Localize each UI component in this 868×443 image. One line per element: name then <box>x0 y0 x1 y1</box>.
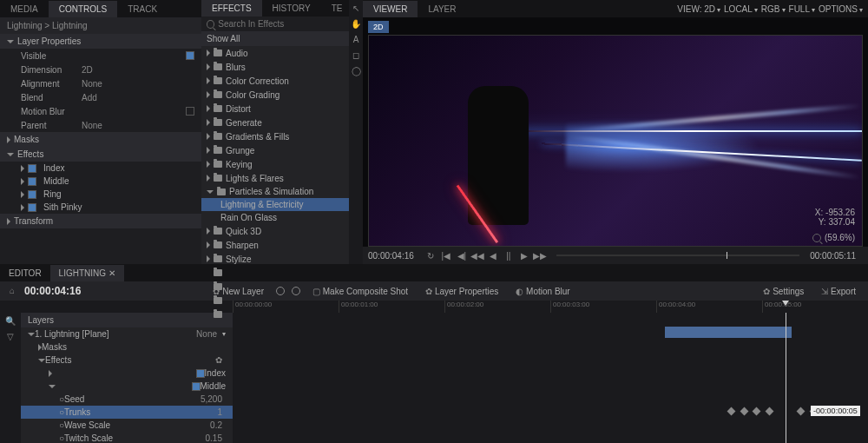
keyframe-icon[interactable] <box>797 407 806 416</box>
go-start-button[interactable]: |◀ <box>440 249 452 261</box>
text-tool-icon[interactable]: A <box>351 35 361 45</box>
checkbox-icon[interactable] <box>186 107 194 116</box>
hand-tool-icon[interactable]: ✋ <box>351 19 361 30</box>
effect-ring[interactable]: Ring <box>14 188 201 201</box>
tab-layer[interactable]: LAYER <box>418 1 466 17</box>
pointer-tool-icon[interactable]: ↖ <box>351 3 361 14</box>
full-dropdown[interactable]: FULL▾ <box>789 4 815 14</box>
category-item[interactable]: Lights & Flares <box>201 171 349 185</box>
filter-icon[interactable]: ▽ <box>5 332 16 342</box>
effect-index[interactable]: Index <box>14 162 201 175</box>
category-item[interactable]: Sharpen <box>201 238 349 252</box>
effect-lightning-electricity[interactable]: Lightning & Electricity <box>201 198 349 211</box>
make-composite-button[interactable]: ▢ Make Composite Shot <box>307 285 413 298</box>
viewer-2d-badge[interactable]: 2D <box>368 21 389 33</box>
layer-masks[interactable]: Masks <box>21 341 233 354</box>
tab-history[interactable]: HISTORY <box>262 0 321 17</box>
effect-middle[interactable]: Middle <box>14 175 201 188</box>
category-item[interactable]: Color Grading <box>201 88 349 102</box>
category-item[interactable]: Gradients & Fills <box>201 129 349 143</box>
category-item[interactable]: Audio <box>201 46 349 60</box>
scrubber[interactable] <box>556 255 799 256</box>
prev-button[interactable]: ◀◀ <box>471 249 483 261</box>
checkbox-icon[interactable] <box>192 382 201 391</box>
effect-sith-pinky[interactable]: Sith Pinky <box>14 201 201 214</box>
checkbox-icon[interactable] <box>28 164 36 173</box>
tab-lightning[interactable]: LIGHTNING ✕ <box>50 265 124 281</box>
category-item[interactable]: Generate <box>201 116 349 129</box>
home-icon[interactable]: ⌂ <box>7 286 17 296</box>
tab-editor[interactable]: EDITOR <box>0 265 50 281</box>
motion-blur-button[interactable]: ◐ Motion Blur <box>510 285 575 298</box>
timeline-ruler[interactable]: 00:00:00:00 00:00:01:00 00:00:02:00 00:0… <box>0 301 868 313</box>
clip-lightning[interactable] <box>665 327 792 338</box>
tab-effects[interactable]: EFFECTS <box>201 0 262 17</box>
category-item[interactable]: Keying <box>201 157 349 171</box>
rgb-dropdown[interactable]: RGB▾ <box>761 4 786 14</box>
layer-index[interactable]: Index <box>21 367 233 380</box>
layer-properties-header[interactable]: Layer Properties <box>0 34 201 49</box>
circle-icon[interactable] <box>292 287 300 295</box>
options-dropdown[interactable]: OPTIONS▾ <box>819 4 863 14</box>
category-item[interactable]: Grunge <box>201 143 349 157</box>
viewer-canvas[interactable]: X: -953.26Y: 337.04 (59.6%) <box>368 35 863 247</box>
checkbox-icon[interactable] <box>196 369 205 378</box>
prop-visible[interactable]: Visible <box>0 49 201 63</box>
play-button[interactable]: ▶ <box>518 249 530 261</box>
playhead[interactable] <box>786 313 786 443</box>
category-item[interactable]: Color Correction <box>201 74 349 88</box>
search-icon[interactable]: 🔍 <box>5 316 16 327</box>
checkbox-icon[interactable] <box>186 51 194 60</box>
prop-wave-scale[interactable]: ○ Wave Scale0.2 <box>21 419 233 432</box>
keyframe-icon[interactable] <box>727 407 736 416</box>
layer-effects[interactable]: Effects✿ <box>21 354 233 367</box>
show-all[interactable]: Show All <box>201 31 349 46</box>
loop-button[interactable]: ↻ <box>424 249 437 261</box>
prop-seed[interactable]: ○ Seed5,200 <box>21 393 233 406</box>
transform-header[interactable]: Transform <box>0 214 201 228</box>
mask-tool-icon[interactable]: ◯ <box>351 66 361 76</box>
tab-viewer[interactable]: VIEWER <box>363 1 418 17</box>
keyframe-icon[interactable] <box>765 407 773 416</box>
checkbox-icon[interactable] <box>28 177 36 186</box>
tab-controls[interactable]: CONTROLS <box>49 1 118 17</box>
category-item[interactable]: Quick 3D <box>201 224 349 238</box>
prop-twitch-scale[interactable]: ○ Twitch Scale0.15 <box>21 432 233 443</box>
zoom-readout[interactable]: (59.6%) <box>812 233 855 242</box>
prop-trunks[interactable]: ○ Trunks1 <box>21 406 233 419</box>
category-item[interactable]: Blurs <box>201 60 349 74</box>
prop-dimension[interactable]: Dimension2D <box>0 63 201 76</box>
pause-button[interactable]: || <box>503 249 515 261</box>
prop-blend[interactable]: BlendAdd <box>0 90 201 104</box>
checkbox-icon[interactable] <box>28 203 36 212</box>
layer-properties-button[interactable]: ✿ Layer Properties <box>420 285 503 298</box>
timeline-tracks[interactable]: -00:00:00:05 <box>233 313 868 443</box>
prop-alignment[interactable]: AlignmentNone <box>0 76 201 90</box>
prev-frame-button[interactable]: ◀| <box>456 249 468 261</box>
layer-lightning-plane[interactable]: 1. Lightning [Plane]None▾ <box>21 327 233 341</box>
search-input[interactable] <box>218 19 344 29</box>
tab-track[interactable]: TRACK <box>117 1 168 17</box>
category-particles[interactable]: Particles & Simulation <box>201 185 349 198</box>
keyframe-icon[interactable] <box>740 407 748 416</box>
prop-parent[interactable]: ParentNone <box>0 118 201 132</box>
checkbox-icon[interactable] <box>28 190 36 199</box>
export-button[interactable]: ⇲ Export <box>816 285 861 298</box>
tab-te[interactable]: TE <box>321 0 353 17</box>
layer-middle[interactable]: Middle <box>21 380 233 393</box>
play-back-button[interactable]: ◀ <box>487 249 499 261</box>
timeline-timecode[interactable]: 00:00:04:16 <box>24 285 81 297</box>
local-dropdown[interactable]: LOCAL▾ <box>724 4 758 14</box>
tab-media[interactable]: MEDIA <box>0 1 49 17</box>
circle-icon[interactable] <box>276 287 285 295</box>
shape-tool-icon[interactable]: ◻ <box>351 50 361 61</box>
effects-header[interactable]: Effects <box>0 147 201 162</box>
next-button[interactable]: ▶▶ <box>534 249 546 261</box>
keyframe-icon[interactable] <box>753 407 761 416</box>
prop-motion-blur[interactable]: Motion Blur <box>0 104 201 118</box>
settings-button[interactable]: ✿ Settings <box>758 285 809 298</box>
masks-header[interactable]: Masks <box>0 132 201 147</box>
effect-rain-on-glass[interactable]: Rain On Glass <box>201 211 349 224</box>
category-item[interactable]: Distort <box>201 102 349 116</box>
view-mode-dropdown[interactable]: VIEW: 2D▾ <box>677 4 720 14</box>
